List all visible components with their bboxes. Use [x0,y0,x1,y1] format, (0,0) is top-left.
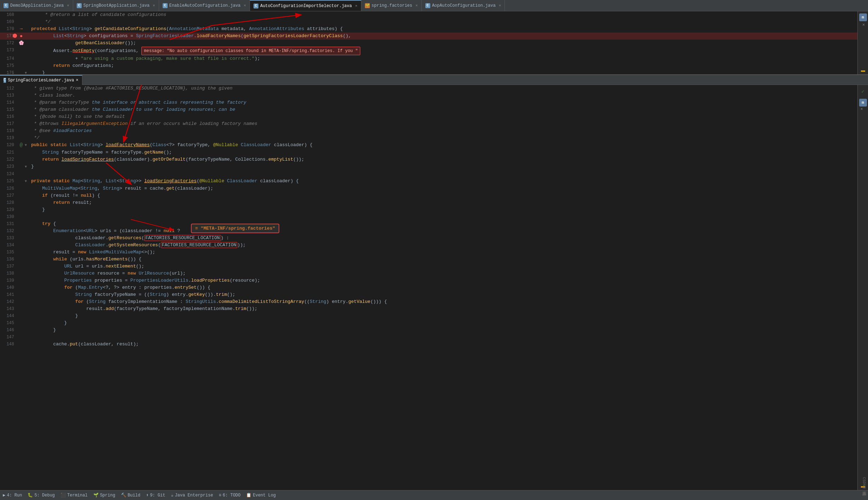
close-bottom-merge[interactable]: × [861,107,863,112]
status-terminal[interactable]: ⬛ Terminal [60,493,88,498]
code-content-128: return result; [30,199,868,206]
line-num-136: 136 [0,256,18,263]
terminal-label: Terminal [67,493,88,498]
sub-tab-bar: C SpringFactoriesLoader.java × [0,75,868,85]
tab-demo3[interactable]: C Demo3Application.java × [0,0,73,11]
build-label: Build [128,493,140,498]
line-num-131: 131 [0,220,18,228]
code-line-172: 172 🌸 getBeanClassLoader()); [0,40,868,47]
code-line-173: 173 Assert.notEmpty(configurations,messa… [0,47,868,55]
line-num-124: 124 [0,171,18,178]
marker-172: 🌸 [18,40,25,47]
code-content-170: protected List<String> getCandidateConfi… [30,25,868,33]
code-content-118: * @see #loadFactories [30,127,868,134]
code-content-174: + "are using a custom packaging, make su… [30,55,868,62]
code-content-147 [30,334,868,341]
code-content-134: ClassLoader.getSystemResources(FACTORIES… [30,242,868,249]
code-content-115: * @param classLoader the ClassLoader to … [30,106,868,113]
tab-autoimport-label: AutoConfigurationImportSelector.java [260,4,352,8]
status-spring[interactable]: 🌱 Spring [93,493,115,498]
gutter-123: ▼ [25,163,30,171]
status-build[interactable]: 🔨 Build [121,493,140,498]
line-num-127: 127 [0,192,18,199]
line-num-126: 126 [0,185,18,192]
tab-aopauto-label: AopAutoConfiguration.java [432,3,496,8]
code-content-130 [30,213,868,220]
marker-170: → [18,25,25,33]
status-git[interactable]: ⬆ 9: Git [146,493,165,498]
code-content-173: Assert.notEmpty(configurations,message: … [30,47,868,55]
sub-tab-springfactoriesloader[interactable]: C SpringFactoriesLoader.java × [0,75,82,85]
todo-label: 6: TODO [223,493,240,498]
tab-springfactories[interactable]: 🌱 spring.factories × [361,0,422,11]
line-num-148: 148 [0,341,18,348]
code-content-127: if (result != null) { [30,192,868,199]
line-num-147: 147 [0,334,18,341]
code-content-129: } [30,206,868,213]
code-content-148: cache.put(classLoader, result); [30,341,868,348]
code-line-168: 168 * @return a list of candidate config… [0,11,868,18]
status-run[interactable]: ▶ 4: Run [3,493,22,498]
line-num-123: 123 [0,163,18,170]
tab-springboot[interactable]: C SpringBootApplication.java × [73,0,159,11]
tab-autoimport-close[interactable]: × [355,4,357,8]
tab-bar: C Demo3Application.java × C SpringBootAp… [0,0,868,11]
code-content-171: List<String> configurations = SpringFact… [30,33,868,40]
close-top-panel[interactable]: × [862,23,865,28]
line-num-119: 119 [0,134,18,142]
tab-autoimport[interactable]: C AutoConfigurationImportSelector.java × [250,0,361,11]
line-num-133: 133 [0,235,18,242]
code-content-146: } [30,327,868,334]
code-content-125: private static Map<String, List<String>>… [30,178,868,185]
code-content-176: } [30,69,868,74]
line-num-114: 114 [0,99,18,106]
code-line-137: 137 URL url = urls.nextElement(); [0,263,868,270]
line-num-170: 170 [0,25,18,33]
code-line-133: 133 classLoader.getResources(FACTORIES_R… [0,235,868,242]
tab-enableauto-close[interactable]: × [244,4,246,8]
line-num-134: 134 [0,242,18,249]
code-line-175: 175 return configurations; [0,62,868,69]
java-icon-sub: C [4,78,6,83]
status-debug[interactable]: 🐛 5: Debug [28,493,55,498]
code-line-169: 169 */ [0,18,868,25]
code-line-140: 140 for (Map.Entry<?, ?> entry : propert… [0,284,868,291]
tab-aopauto-close[interactable]: × [499,4,501,8]
code-line-141: 141 String factoryTypeName = ((String) e… [0,291,868,298]
code-line-123: 123 ▼ } [0,163,868,171]
code-content-120: public static List<String> loadFactoryNa… [30,142,868,149]
fold-arrow-176[interactable]: ▼ [25,71,27,74]
tab-enableauto[interactable]: C EnableAutoConfiguration.java × [159,0,250,11]
code-line-114: 114 * @param factoryType the interface o… [0,99,868,106]
code-content-137: URL url = urls.nextElement(); [30,263,868,270]
sub-tab-close[interactable]: × [76,78,78,83]
java-icon-4: C [254,4,258,8]
merge-icon-top[interactable]: m [859,13,867,21]
code-line-128: 128 return result; [0,199,868,206]
merge-icon-bottom[interactable]: m [859,99,867,107]
code-line-144: 144 } [0,312,868,320]
line-num-138: 138 [0,270,18,277]
code-content-123: } [30,163,868,170]
terminal-icon: ⬛ [60,493,66,498]
tab-demo3-close[interactable]: × [67,4,69,8]
line-num-120: 120 [0,142,18,149]
git-icon: ⬆ [146,493,148,498]
line-num-118: 118 [0,127,18,134]
status-event-log[interactable]: 📋 Event Log [246,493,276,498]
fold-arrow-120[interactable]: ▼ [25,143,27,147]
build-icon: 🔨 [121,493,126,498]
line-num-143: 143 [0,305,18,312]
line-num-171: 171 [0,33,18,40]
tab-springboot-close[interactable]: × [153,4,155,8]
code-line-174: 174 + "are using a custom packaging, mak… [0,55,868,62]
editor-container: 168 * @return a list of candidate config… [0,11,868,490]
code-line-132: 132 Enumeration<URL> urls = (classLoader… [0,228,868,235]
line-num-175: 175 [0,62,18,69]
callout-box: = "META-INF/spring.factories" [191,224,279,233]
status-todo[interactable]: ≡ 6: TODO [219,493,241,498]
spring-icon: 🌱 [93,493,99,498]
status-java-enterprise[interactable]: ☕ Java Enterprise [171,493,213,498]
tab-springfactories-close[interactable]: × [415,4,418,8]
tab-aopauto[interactable]: C AopAutoConfiguration.java × [422,0,505,11]
